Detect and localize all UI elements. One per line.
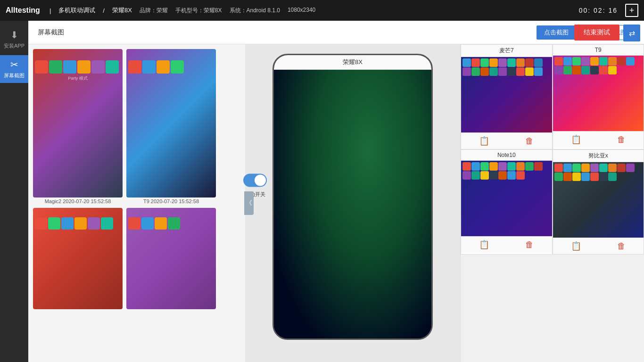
main-content: 屏幕截图 点击截图 下载全部截图 结束测试 ⇄	[28, 21, 644, 362]
add-button[interactable]: +	[625, 4, 638, 17]
delete-button-mango7[interactable]: 🗑	[525, 136, 534, 146]
screenshot-grid: Party 模式 Magic2 2020-07-20 15:52:58	[28, 44, 245, 362]
phone-title: 荣耀8X	[274, 55, 431, 70]
phone-area: 荣耀8X 🔵 📶 ⬛ ▣ 🔋100% 3:53	[245, 44, 460, 362]
device-name-nubia: 努比亚x	[553, 150, 644, 162]
capture-button[interactable]: 点击截图	[537, 25, 576, 40]
screenshot-toolbar: 屏幕截图 点击截图 下载全部截图 结束测试 ⇄	[28, 21, 644, 44]
toggle-knob	[255, 175, 266, 186]
screenshot-icon: ✂	[10, 59, 18, 70]
device-cell-t9: T9	[553, 44, 644, 149]
separator2: /	[103, 7, 105, 14]
toggle-switch[interactable]	[243, 174, 267, 187]
screenshot-title: 屏幕截图	[38, 28, 64, 37]
screenshot-item[interactable]	[33, 208, 123, 309]
device-info: 品牌：荣耀 手机型号：荣耀8X 系统：Android 8.1.0 1080x23…	[140, 7, 315, 15]
sidebar-item-screenshot[interactable]: ✂ 屏幕截图	[0, 55, 28, 83]
sidebar: ⬇ 安装APP ✂ 屏幕截图	[0, 21, 28, 362]
delete-button-note10[interactable]: 🗑	[525, 239, 534, 250]
logo: Alltesting	[6, 6, 40, 15]
share-button[interactable]: ⇄	[623, 25, 640, 41]
screenshot-item[interactable]: T9 2020-07-20 15:52:58	[126, 49, 216, 204]
delete-button-nubia[interactable]: 🗑	[617, 241, 626, 251]
device-name-mango7: 麦芒7	[461, 45, 552, 57]
device-screen-t9[interactable]	[553, 56, 644, 131]
phone-mockup: 荣耀8X 🔵 📶 ⬛ ▣ 🔋100% 3:53	[272, 54, 433, 340]
end-test-button[interactable]: 结束测试	[574, 25, 619, 41]
screenshot-item[interactable]: Party 模式 Magic2 2020-07-20 15:52:58	[33, 49, 123, 204]
device-cell-note10: Note10	[461, 149, 553, 255]
copy-button-note10[interactable]: 📋	[479, 239, 489, 250]
timer: 00: 02: 16	[579, 7, 618, 14]
resolution: 1080x2340	[288, 7, 315, 15]
copy-button-t9[interactable]: 📋	[571, 134, 581, 145]
device-grid: 麦芒7	[461, 44, 644, 255]
topbar: Alltesting | 多机联动调试 / 荣耀8X 品牌：荣耀 手机型号：荣耀…	[0, 0, 644, 21]
device-actions-mango7: 📋 🗑	[461, 132, 552, 149]
device-screen-nubia[interactable]	[553, 162, 644, 238]
device-name: 荣耀8X	[112, 6, 132, 15]
copy-button-nubia[interactable]: 📋	[571, 241, 581, 251]
content-area: Party 模式 Magic2 2020-07-20 15:52:58	[28, 44, 644, 362]
delete-button-t9[interactable]: 🗑	[617, 134, 626, 145]
device-name-note10: Note10	[461, 150, 552, 161]
screenshot-label: T9 2020-07-20 15:52:58	[126, 198, 216, 204]
separator1: |	[50, 7, 51, 14]
sidebar-item-install-app[interactable]: ⬇ 安装APP	[0, 25, 28, 53]
screenshot-item[interactable]	[126, 208, 216, 309]
device-cell-nubia: 努比亚x	[553, 149, 644, 255]
copy-button-mango7[interactable]: 📋	[479, 136, 489, 146]
aurora-background	[274, 70, 431, 338]
screenshot-label: Magic2 2020-07-20 15:52:58	[33, 198, 123, 204]
multi-device-label: 多机联动调试	[58, 6, 95, 15]
model-label: 手机型号：荣耀8X	[175, 7, 222, 15]
device-cell-mango7: 麦芒7	[461, 44, 553, 149]
device-actions-t9: 📋 🗑	[553, 131, 644, 148]
device-name-t9: T9	[553, 45, 644, 56]
right-panel: 麦芒7	[460, 44, 644, 362]
install-icon: ⬇	[10, 29, 18, 41]
sidebar-item-label: 安装APP	[4, 42, 25, 49]
brand-label: 品牌：荣耀	[140, 7, 168, 15]
sidebar-item-label: 屏幕截图	[4, 72, 25, 79]
collapse-arrow[interactable]: 《	[244, 191, 254, 215]
device-screen-mango7[interactable]	[461, 57, 552, 132]
device-actions-nubia: 📋 🗑	[553, 238, 644, 254]
os-label: 系统：Android 8.1.0	[230, 7, 280, 15]
phone-screen: 🔵 📶 ⬛ ▣ 🔋100% 3:53 💙 服务	[274, 70, 431, 338]
device-actions-note10: 📋 🗑	[461, 236, 552, 253]
device-screen-note10[interactable]	[461, 161, 552, 236]
